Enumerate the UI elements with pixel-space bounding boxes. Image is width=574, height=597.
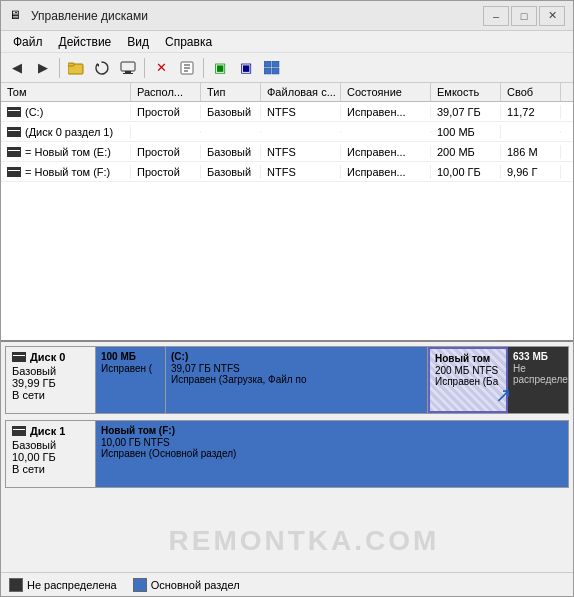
blue-button[interactable]: ▣ [234, 56, 258, 80]
legend-unalloc: Не распределена [9, 578, 117, 592]
properties-button[interactable] [175, 56, 199, 80]
menu-action[interactable]: Действие [51, 33, 120, 51]
disk-icon-0 [7, 107, 21, 117]
folder-button[interactable] [64, 56, 88, 80]
disk-0-part-c[interactable]: (C:) 39,07 ГБ NTFS Исправен (Загрузка, Ф… [166, 347, 428, 413]
delete-button[interactable]: ✕ [149, 56, 173, 80]
table-area: Том Распол... Тип Файловая с... Состояни… [1, 83, 573, 342]
disk-0-label: Диск 0 Базовый 39,99 ГБ В сети [6, 347, 96, 413]
menu-view[interactable]: Вид [119, 33, 157, 51]
toolbar: ◀ ▶ ✕ ▣ ▣ [1, 53, 573, 83]
disk-0-part-unalloc[interactable]: 633 МБ Не распределена [508, 347, 568, 413]
window-title: Управление дисками [31, 9, 148, 23]
toolbar-sep-2 [144, 58, 145, 78]
cell-sv-3: 9,96 Г [501, 165, 561, 179]
legend-unalloc-label: Не распределена [27, 579, 117, 591]
disk-0-name: Диск 0 [30, 351, 65, 363]
cell-sv-0: 11,72 [501, 105, 561, 119]
part-c-name: (C:) [171, 351, 422, 362]
computer-button[interactable] [116, 56, 140, 80]
close-button[interactable]: ✕ [539, 6, 565, 26]
cell-fs-3: NTFS [261, 165, 341, 179]
main-window: 🖥 Управление дисками – □ ✕ Файл Действие… [0, 0, 574, 597]
col-header-tip[interactable]: Тип [201, 83, 261, 101]
extra-button[interactable] [260, 56, 284, 80]
part-newf-size: 10,00 ГБ NTFS [101, 437, 563, 448]
col-header-emk[interactable]: Емкость [431, 83, 501, 101]
disk-1-name: Диск 1 [30, 425, 65, 437]
disk-0-row: Диск 0 Базовый 39,99 ГБ В сети 100 МБ Ис… [5, 346, 569, 414]
cell-tom-3: = Новый том (F:) [1, 165, 131, 179]
menu-file[interactable]: Файл [5, 33, 51, 51]
table-body: (C:) Простой Базовый NTFS Исправен... 39… [1, 102, 573, 182]
cell-tom-1: (Диск 0 раздел 1) [1, 125, 131, 139]
col-header-sv[interactable]: Своб [501, 83, 561, 101]
title-bar: 🖥 Управление дисками – □ ✕ [1, 1, 573, 31]
table-row[interactable]: (C:) Простой Базовый NTFS Исправен... 39… [1, 102, 573, 122]
part-newf-name: Новый том (F:) [101, 425, 563, 436]
table-row[interactable]: = Новый том (E:) Простой Базовый NTFS Ис… [1, 142, 573, 162]
maximize-button[interactable]: □ [511, 6, 537, 26]
back-button[interactable]: ◀ [5, 56, 29, 80]
part-c-status: Исправен (Загрузка, Файл по [171, 374, 422, 385]
green-button[interactable]: ▣ [208, 56, 232, 80]
disk-1-partitions: Новый том (F:) 10,00 ГБ NTFS Исправен (О… [96, 421, 568, 487]
svg-rect-13 [272, 68, 279, 74]
svg-rect-1 [68, 63, 74, 66]
cell-rasp-3: Простой [131, 165, 201, 179]
cell-state-3: Исправен... [341, 165, 431, 179]
col-header-rasp[interactable]: Распол... [131, 83, 201, 101]
part-system-name: 100 МБ [101, 351, 160, 362]
svg-rect-3 [121, 62, 135, 71]
disk-0-size: 39,99 ГБ [12, 377, 89, 389]
table-row[interactable]: (Диск 0 раздел 1) 100 МБ [1, 122, 573, 142]
legend-primary-label: Основной раздел [151, 579, 240, 591]
disk-1-size: 10,00 ГБ [12, 451, 89, 463]
cell-sv-2: 186 М [501, 145, 561, 159]
disk-0-status: В сети [12, 389, 89, 401]
part-newe-name: Новый том [435, 353, 501, 364]
cell-state-0: Исправен... [341, 105, 431, 119]
part-unalloc-size: 633 МБ [513, 351, 563, 362]
toolbar-sep-3 [203, 58, 204, 78]
forward-button[interactable]: ▶ [31, 56, 55, 80]
legend-box-blue [133, 578, 147, 592]
disk-0-title: Диск 0 [12, 351, 89, 363]
disk-0-part-system[interactable]: 100 МБ Исправен ( [96, 347, 166, 413]
col-header-fs[interactable]: Файловая с... [261, 83, 341, 101]
svg-rect-11 [272, 61, 279, 67]
disk-0-part-newe[interactable]: Новый том 200 МБ NTFS Исправен (Ба [428, 347, 508, 413]
main-content: Том Распол... Тип Файловая с... Состояни… [1, 83, 573, 596]
legend-box-black [9, 578, 23, 592]
cell-state-1 [341, 131, 431, 133]
col-header-state[interactable]: Состояние [341, 83, 431, 101]
toolbar-sep-1 [59, 58, 60, 78]
disk-0-type: Базовый [12, 365, 89, 377]
cell-fs-1 [261, 131, 341, 133]
cell-emk-1: 100 МБ [431, 125, 501, 139]
disk-icon-3 [7, 167, 21, 177]
app-icon: 🖥 [9, 8, 25, 24]
cell-tom-2: = Новый том (E:) [1, 145, 131, 159]
cell-emk-0: 39,07 ГБ [431, 105, 501, 119]
title-buttons: – □ ✕ [483, 6, 565, 26]
table-row[interactable]: = Новый том (F:) Простой Базовый NTFS Ис… [1, 162, 573, 182]
col-header-tom[interactable]: Том [1, 83, 131, 101]
disk-1-row: Диск 1 Базовый 10,00 ГБ В сети Новый том… [5, 420, 569, 488]
minimize-button[interactable]: – [483, 6, 509, 26]
part-newf-status: Исправен (Основной раздел) [101, 448, 563, 459]
svg-rect-12 [264, 68, 271, 74]
refresh-button[interactable] [90, 56, 114, 80]
disk-0-partitions-wrapper: 100 МБ Исправен ( (C:) 39,07 ГБ NTFS Исп… [96, 347, 568, 413]
cell-fs-2: NTFS [261, 145, 341, 159]
svg-rect-4 [125, 71, 131, 73]
disk-0-partitions: 100 МБ Исправен ( (C:) 39,07 ГБ NTFS Исп… [96, 347, 568, 413]
disk-1-part-newf[interactable]: Новый том (F:) 10,00 ГБ NTFS Исправен (О… [96, 421, 568, 487]
menu-help[interactable]: Справка [157, 33, 220, 51]
disk-1-icon [12, 426, 26, 436]
disk-1-title: Диск 1 [12, 425, 89, 437]
cell-rasp-0: Простой [131, 105, 201, 119]
cell-tip-1 [201, 131, 261, 133]
disk-1-label: Диск 1 Базовый 10,00 ГБ В сети [6, 421, 96, 487]
cell-tip-0: Базовый [201, 105, 261, 119]
